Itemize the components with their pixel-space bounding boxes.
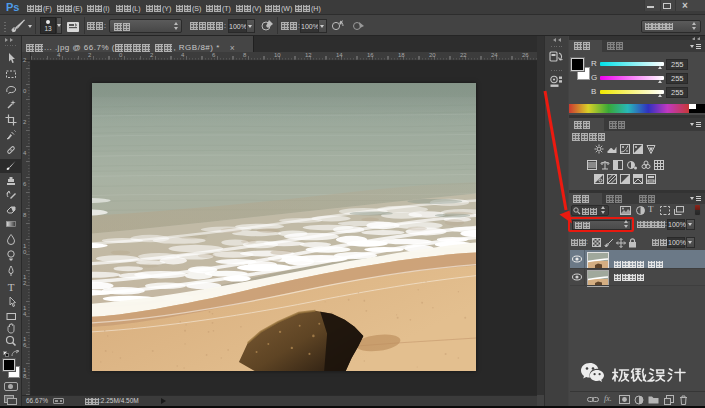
svg-text:T: T xyxy=(8,281,15,293)
